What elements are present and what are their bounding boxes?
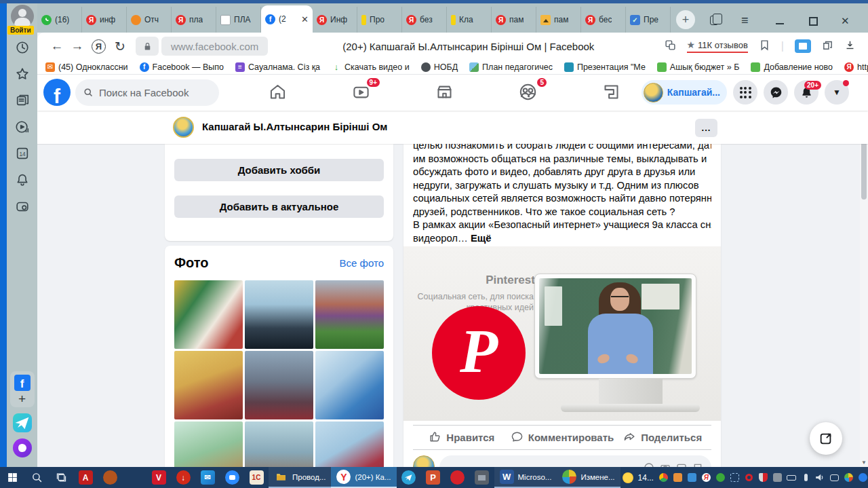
add-hobby-button[interactable]: Добавить хобби — [174, 159, 384, 181]
reviews-rating[interactable]: ★11К отзывов — [687, 39, 748, 53]
marketplace-tab[interactable] — [428, 77, 460, 109]
facebook-logo[interactable]: f — [43, 79, 71, 106]
bookmark-item[interactable]: ≡Сауалнама. Сіз қа — [235, 62, 320, 72]
new-tab-button[interactable]: + — [676, 10, 695, 29]
taskbar-zoom[interactable] — [220, 467, 244, 488]
taskbar-browser-orange[interactable] — [98, 467, 122, 488]
taskbar-yandex-browser[interactable]: Y(20+) Ка... — [331, 467, 396, 488]
browser-tab[interactable]: ЯИнф — [313, 7, 357, 33]
photo-certificates-group[interactable] — [174, 421, 243, 467]
tab-panel-icon[interactable] — [710, 16, 718, 25]
bookmark-item[interactable]: ↓Скачать видео и — [332, 62, 410, 72]
all-photos-link[interactable]: Все фото — [340, 257, 384, 269]
photo-projector-presentation[interactable] — [245, 280, 313, 349]
browser-tab[interactable]: f(2✕ — [261, 5, 313, 33]
browser-tab[interactable]: ПЛА — [216, 7, 261, 33]
history-icon[interactable] — [14, 39, 31, 56]
watch-tab[interactable]: 9+ — [344, 77, 377, 109]
bookmark-flag-icon[interactable] — [759, 39, 770, 54]
browser-tab[interactable]: Япам — [492, 7, 536, 33]
camera-icon[interactable] — [660, 462, 671, 467]
bookmark-item[interactable]: Презентация "Ме — [564, 62, 646, 72]
see-more-link[interactable]: Ещё — [471, 233, 492, 244]
taskbar-word[interactable]: WMicroso... — [494, 467, 557, 488]
collections-icon[interactable] — [822, 39, 833, 54]
yandex-services-icon[interactable]: Я — [92, 39, 106, 54]
apps-menu-button[interactable] — [733, 80, 757, 105]
tray-mic-icon[interactable] — [800, 471, 812, 484]
browser-tab[interactable]: Япла — [172, 7, 216, 33]
bookmark-item[interactable]: НОБД — [421, 62, 458, 72]
menu-icon[interactable] — [741, 15, 752, 26]
taskbar-changes-app[interactable]: Измене... — [557, 467, 620, 488]
account-menu-button[interactable]: ▼ — [825, 80, 849, 105]
back-button[interactable]: ← — [47, 39, 67, 54]
taskbar-chrome[interactable] — [122, 467, 146, 488]
like-button[interactable]: Нравится — [413, 426, 511, 449]
comment-button[interactable]: Комментировать — [511, 426, 614, 449]
bookmark-item[interactable]: ✉(45) Одноклассни — [45, 62, 128, 72]
browser-tab[interactable]: Яинф — [82, 7, 127, 33]
feed-icon[interactable] — [14, 92, 31, 109]
photo-blue-barrel-group[interactable] — [315, 351, 384, 419]
add-shortcut-button[interactable]: + — [18, 392, 26, 406]
facebook-search[interactable]: Поиск на Facebook — [75, 79, 219, 106]
browser-tab[interactable]: (16) — [37, 7, 82, 33]
groups-tab[interactable]: 5 — [511, 77, 544, 109]
bookmark-item[interactable]: План педагогичес — [469, 62, 553, 72]
comment-input[interactable] — [439, 455, 711, 467]
taskbar-acrobat[interactable]: A — [73, 467, 98, 488]
tray-opera-icon[interactable] — [743, 471, 755, 484]
tray-net-icon[interactable] — [828, 471, 841, 484]
address-bar[interactable]: www.facebook.com — [136, 37, 268, 56]
facebook-shortcut-icon[interactable]: f — [14, 375, 31, 391]
url-text[interactable]: www.facebook.com — [161, 37, 268, 56]
taskbar-telegram[interactable] — [397, 467, 421, 488]
page-avatar-small[interactable] — [173, 117, 194, 138]
reload-button[interactable]: ↻ — [110, 39, 130, 54]
profile-pill[interactable]: Капшагай... — [642, 80, 727, 105]
share-button[interactable]: Поделиться — [614, 426, 711, 449]
browser-tab[interactable]: Кла — [447, 7, 492, 33]
translate-icon[interactable] — [665, 39, 676, 54]
messenger-button[interactable] — [764, 80, 788, 105]
tray-spk-icon[interactable] — [814, 471, 827, 484]
messenger-teal-icon[interactable] — [13, 413, 32, 432]
emoji-icon[interactable] — [644, 462, 654, 467]
tray-dashed-icon[interactable] — [728, 471, 741, 484]
profile-avatar[interactable] — [11, 5, 34, 28]
tab-close-icon[interactable]: ✕ — [301, 14, 309, 24]
bookmark-item[interactable]: Ашық бюджет » Б — [657, 62, 740, 72]
home-tab[interactable] — [261, 77, 294, 109]
photo-sports-field-rows[interactable] — [315, 280, 384, 349]
scrollbar-thumb[interactable] — [861, 137, 867, 200]
tray-ym-icon[interactable]: Я — [700, 471, 713, 484]
minimize-button[interactable] — [775, 15, 786, 26]
dictionary-extension-icon[interactable] — [795, 39, 811, 53]
taskbar-dark-pc-app[interactable] — [470, 467, 494, 488]
browser-tab[interactable]: Ябез — [402, 7, 447, 33]
page-more-button[interactable]: ... — [695, 119, 717, 137]
add-featured-button[interactable]: Добавить в актуальное — [174, 195, 384, 218]
photo-stage-performance[interactable] — [174, 351, 243, 419]
maximize-button[interactable] — [809, 17, 818, 26]
gaming-tab[interactable] — [595, 77, 627, 109]
gif-icon[interactable] — [676, 462, 687, 467]
taskbar-explorer[interactable]: Провод... — [269, 467, 331, 488]
taskbar-red-v-app[interactable]: V — [146, 467, 171, 488]
favorites-icon[interactable] — [14, 66, 31, 82]
browser-tab[interactable]: Ябес — [581, 7, 626, 33]
tray-obox-icon[interactable] — [671, 471, 684, 484]
photo-hall-banner-group[interactable] — [245, 421, 313, 467]
bookmark-item[interactable]: Добавление ново — [751, 62, 833, 72]
alice-assistant-icon[interactable] — [13, 438, 32, 457]
taskbar-download-manager[interactable]: ↓ — [171, 467, 195, 488]
page-name[interactable]: Капшагай Ы.Алтынсарин Бірінші Ом — [202, 121, 387, 132]
sticker-icon[interactable] — [692, 462, 703, 467]
close-button[interactable] — [841, 15, 852, 26]
tray-batt-icon[interactable] — [785, 471, 798, 484]
login-button[interactable]: Войти — [7, 26, 34, 35]
music-icon[interactable] — [14, 119, 31, 135]
scroll-down-arrow[interactable]: ▼ — [861, 459, 867, 466]
notifications-icon[interactable] — [14, 172, 31, 188]
